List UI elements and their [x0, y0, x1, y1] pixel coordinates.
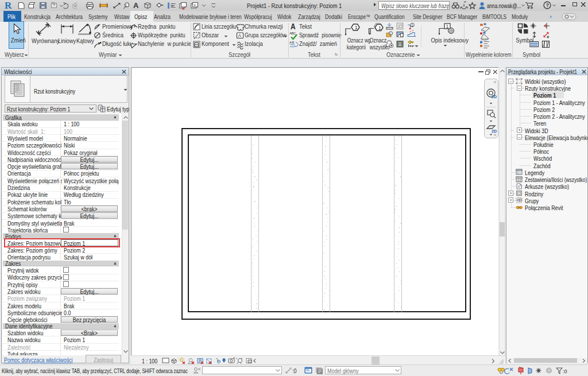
svg-text:1: 1	[446, 24, 449, 29]
svg-text:A: A	[238, 33, 242, 38]
svg-text:ABC: ABC	[289, 32, 296, 35]
svg-text::0: :0	[563, 369, 567, 374]
svg-text:1: 1	[355, 24, 358, 30]
svg-text:1: 1	[389, 32, 391, 36]
svg-text:A: A	[133, 1, 139, 10]
svg-text:?: ?	[546, 2, 550, 8]
svg-text:2D: 2D	[492, 129, 497, 133]
svg-text:1: 1	[378, 25, 381, 31]
svg-text:1: 1	[125, 3, 127, 7]
svg-text:A-B: A-B	[289, 41, 295, 44]
svg-text:2D: 2D	[492, 95, 497, 99]
svg-text:x: x	[182, 6, 185, 10]
